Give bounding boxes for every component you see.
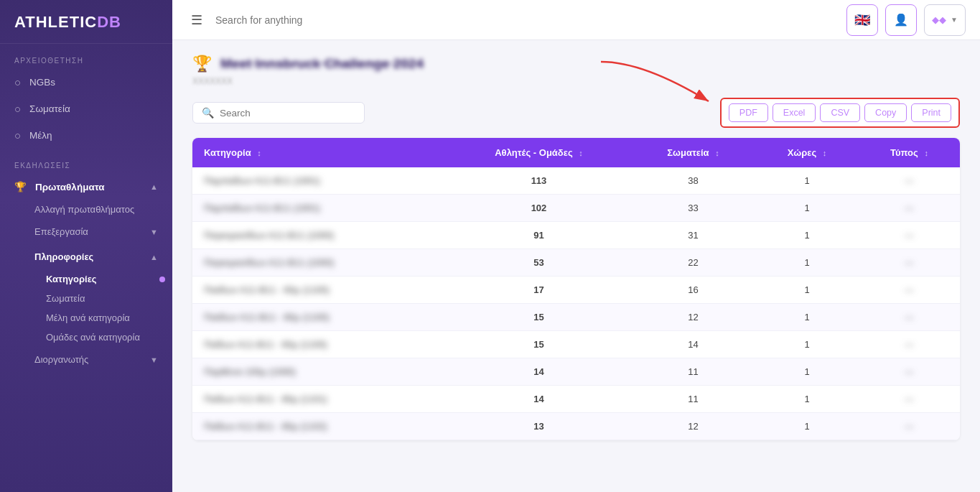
user-menu-button[interactable]: ◆◆ ▼: [924, 4, 966, 36]
sidebar-sub-plhrofories[interactable]: Πληροφορίες ▲: [0, 244, 172, 269]
excel-button[interactable]: Excel: [773, 103, 816, 122]
cell-xwres: 1: [755, 413, 859, 440]
menu-icon[interactable]: ☰: [187, 8, 207, 32]
table-row: Παρθένοι 100μ (1000)14111---: [192, 358, 960, 386]
export-buttons-group: PDF Excel CSV Copy Print: [720, 98, 960, 128]
sidebar-sub-melhanakath[interactable]: Μέλη ανά κατηγορία: [0, 308, 172, 328]
cell-typos: ---: [859, 167, 960, 195]
col-kathgoria: Κατηγορία ↕: [192, 138, 447, 167]
topbar-right: 🇬🇧 👤 ◆◆ ▼: [846, 4, 966, 36]
sidebar-sub-allagi[interactable]: Αλλαγή πρωταθλήματος: [0, 200, 172, 219]
trophy-icon: 🏆: [192, 55, 212, 73]
content-area: 🏆 Meet Innsbruck Challenge 2024 XXXXXXX …: [172, 40, 980, 492]
cell-athlites: 102: [447, 195, 631, 222]
sort-icon-athlites[interactable]: ↕: [579, 149, 583, 157]
table-row: Παμπαίδων Α11-Β11 (1001)113381---: [192, 167, 960, 195]
section-label-events: ΕΚΔΗΛΩΣΕΙΣ: [0, 149, 172, 174]
sidebar-sub-diorganotis[interactable]: Διοργανωτής ▼: [0, 347, 172, 372]
logo-db: DB: [97, 13, 121, 31]
cell-kathgoria: Παρθένοι 100μ (1000): [192, 358, 447, 386]
sort-icon-typos[interactable]: ↕: [924, 149, 928, 157]
table-row: Παγκορασίδων Α11-Β11 (1000)91311---: [192, 222, 960, 249]
logo: ATHLETICDB: [0, 0, 172, 44]
sidebar-item-melh[interactable]: ○ Μέλη: [0, 122, 172, 149]
sidebar-item-ngbs-label: NGBs: [29, 77, 55, 88]
diorganotis-label: Διοργανωτής: [34, 354, 88, 365]
table-search-input[interactable]: [220, 108, 355, 119]
cell-swmateio: 31: [631, 222, 755, 249]
epexergasia-label: Επεξεργασία: [34, 226, 88, 237]
cell-athlites: 113: [447, 167, 631, 195]
sidebar-sub-epexergasia[interactable]: Επεξεργασία ▼: [0, 219, 172, 244]
section-label-archive: ΑΡΧΕΙΟΘΕΤΗΣΗ: [0, 44, 172, 69]
cell-kathgoria: Παίδων Α11-Β11 - 80μ (1101): [192, 386, 447, 413]
cell-kathgoria: Παίδων Α11-Β11 - 80μ (1102): [192, 413, 447, 440]
table-header-row: Κατηγορία ↕ Αθλητές - Ομάδες ↕ Σωματεία …: [192, 138, 960, 167]
table-row: Παίδων Α11-Β11 - 80μ (1101)14111---: [192, 386, 960, 413]
cell-typos: ---: [859, 386, 960, 413]
cell-xwres: 1: [755, 386, 859, 413]
user-icon: 👤: [894, 13, 908, 27]
pdf-button[interactable]: PDF: [729, 103, 768, 122]
language-button[interactable]: 🇬🇧: [846, 4, 878, 36]
main-area: ☰ 🇬🇧 👤 ◆◆ ▼ 🏆 Meet Innsbruck Challenge 2…: [172, 0, 980, 492]
ngbs-icon: ○: [14, 76, 21, 88]
sidebar: ATHLETICDB ΑΡΧΕΙΟΘΕΤΗΣΗ ○ NGBs ○ Σωματεί…: [0, 0, 172, 492]
cell-swmateio: 38: [631, 167, 755, 195]
page-title: Meet Innsbruck Challenge 2024: [220, 56, 424, 72]
cell-swmateio: 11: [631, 358, 755, 386]
col-swmateio: Σωματεία ↕: [631, 138, 755, 167]
sort-icon-kathgoria[interactable]: ↕: [257, 149, 261, 157]
table-row: Παγκορασίδων Α11-Β11 (1000)53221---: [192, 249, 960, 277]
cell-kathgoria: Παμπαίδων Α11-Β11 (1001): [192, 167, 447, 195]
cell-kathgoria: Παμπαίδων Α11-Β11 (1001): [192, 195, 447, 222]
cell-kathgoria: Παιδίων Α11-Β11 - 80μ (1100): [192, 304, 447, 331]
user-avatar-button[interactable]: 👤: [885, 4, 917, 36]
cell-athlites: 15: [447, 331, 631, 358]
topbar: ☰ 🇬🇧 👤 ◆◆ ▼: [172, 0, 980, 40]
cell-swmateio: 33: [631, 195, 755, 222]
csv-button[interactable]: CSV: [820, 103, 860, 122]
cell-swmateio: 22: [631, 249, 755, 277]
cell-typos: ---: [859, 277, 960, 304]
sidebar-sub-swmateio[interactable]: Σωματεία: [0, 289, 172, 308]
cell-athlites: 15: [447, 304, 631, 331]
global-search-input[interactable]: [215, 14, 838, 26]
melh-icon: ○: [14, 129, 21, 141]
cell-typos: ---: [859, 249, 960, 277]
table-row: Παιδίων Α11-Β11 - 80μ (1100)15121---: [192, 304, 960, 331]
table-body: Παμπαίδων Α11-Β11 (1001)113381---Παμπαίδ…: [192, 167, 960, 440]
cell-typos: ---: [859, 195, 960, 222]
page-subtitle: XXXXXXX: [192, 76, 960, 86]
sort-icon-swmateio[interactable]: ↕: [715, 149, 719, 157]
copy-button[interactable]: Copy: [864, 103, 907, 122]
user-dots-icon: ◆◆: [932, 14, 946, 25]
sort-icon-xwres[interactable]: ↕: [823, 149, 827, 157]
cell-kathgoria: Παγκορασίδων Α11-Β11 (1000): [192, 222, 447, 249]
cell-xwres: 1: [755, 167, 859, 195]
cell-athlites: 17: [447, 277, 631, 304]
table-row: Παίδων Α11-Β11 - 80μ (1102)13121---: [192, 413, 960, 440]
sidebar-sub-kathgories[interactable]: Κατηγορίες: [0, 269, 172, 289]
cell-typos: ---: [859, 358, 960, 386]
cell-xwres: 1: [755, 331, 859, 358]
cell-swmateio: 16: [631, 277, 755, 304]
search-wrapper: 🔍: [192, 102, 365, 124]
toolbar-container: 🔍 PDF Excel CSV Copy Print: [192, 98, 960, 128]
sidebar-sub-omadesanakath[interactable]: Ομάδες ανά κατηγορία: [0, 328, 172, 347]
cell-kathgoria: Παγκορασίδων Α11-Β11 (1000): [192, 249, 447, 277]
prwtathlimata-label: Πρωταθλήματα: [35, 182, 105, 192]
cell-athlites: 53: [447, 249, 631, 277]
table-row: Παίδων Α11-Β11 - 60μ (1100)15141---: [192, 331, 960, 358]
cell-xwres: 1: [755, 222, 859, 249]
categories-table: Κατηγορία ↕ Αθλητές - Ομάδες ↕ Σωματεία …: [192, 138, 960, 440]
sidebar-item-ngbs[interactable]: ○ NGBs: [0, 69, 172, 96]
flag-icon: 🇬🇧: [854, 12, 870, 28]
cell-xwres: 1: [755, 249, 859, 277]
plhrofories-chevron: ▲: [150, 253, 158, 261]
sidebar-item-swmateio[interactable]: ○ Σωματεία: [0, 96, 172, 122]
print-button[interactable]: Print: [911, 103, 951, 122]
col-typos: Τύπος ↕: [859, 138, 960, 167]
prwtathlimata-chevron: ▲: [150, 182, 158, 191]
sidebar-item-prwtathlimata[interactable]: 🏆 Πρωταθλήματα ▲: [0, 174, 172, 200]
